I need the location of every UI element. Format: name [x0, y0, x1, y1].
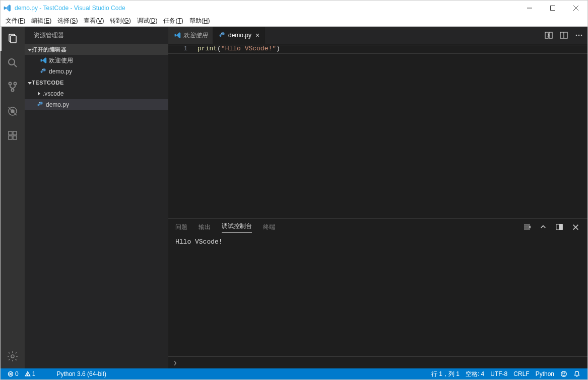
status-notifications-icon[interactable]: [570, 370, 583, 378]
python-file-icon: [36, 101, 46, 108]
vscode-logo-icon: [4, 4, 12, 12]
panel-tab-problems[interactable]: 问题: [175, 223, 187, 232]
python-file-icon: [39, 68, 49, 75]
svg-rect-5: [11, 36, 16, 43]
chevron-down-icon: [28, 82, 32, 85]
errors-count: 0: [15, 370, 19, 377]
status-indentation[interactable]: 空格: 4: [463, 370, 487, 378]
svg-point-8: [9, 83, 12, 85]
tab-demo-py[interactable]: demo.py ×: [213, 27, 265, 44]
folder-vscode[interactable]: .vscode: [25, 88, 168, 99]
status-language[interactable]: Python: [533, 370, 557, 378]
svg-rect-16: [9, 136, 12, 139]
settings-gear-icon[interactable]: [1, 344, 25, 368]
svg-point-6: [9, 59, 15, 65]
svg-point-9: [14, 83, 17, 85]
close-button[interactable]: [564, 1, 587, 16]
menu-s[interactable]: 选择(S): [54, 16, 81, 26]
svg-point-21: [221, 33, 222, 33]
workspace-section[interactable]: TESTCODE: [25, 77, 168, 88]
menu-f[interactable]: 文件(F): [3, 16, 28, 26]
split-editor-icon[interactable]: [558, 30, 569, 41]
workspace-label: TESTCODE: [32, 80, 64, 86]
svg-rect-35: [559, 224, 562, 230]
search-icon[interactable]: [1, 51, 25, 75]
tab-welcome[interactable]: 欢迎使用: [168, 27, 213, 44]
tab-close-icon[interactable]: ×: [255, 31, 259, 39]
status-errors[interactable]: 0: [5, 370, 22, 377]
menu-e[interactable]: 编辑(E): [28, 16, 54, 26]
status-python-version[interactable]: Python 3.6 (64-bit): [53, 370, 109, 377]
status-warnings[interactable]: 1: [22, 370, 39, 377]
tab-label: demo.py: [228, 32, 251, 39]
window-title: demo.py - TestCode - Visual Studio Code: [15, 5, 125, 12]
svg-point-13: [11, 110, 14, 113]
chevron-down-icon: [28, 49, 32, 51]
open-editor-label: 欢迎使用: [49, 56, 73, 65]
open-editor-demo[interactable]: demo.py: [25, 66, 168, 77]
open-editor-welcome[interactable]: 欢迎使用: [25, 55, 168, 66]
line-number: 1: [168, 45, 187, 52]
svg-point-45: [564, 373, 565, 373]
clear-console-icon[interactable]: [522, 222, 532, 232]
debug-console-input[interactable]: ❯: [168, 356, 587, 368]
svg-point-26: [576, 35, 577, 36]
code-editor[interactable]: 1 print("Hllo VScode!"): [168, 44, 587, 218]
editor-area: 欢迎使用 demo.py × 1 print("Hllo VScode!"): [168, 27, 587, 368]
tree-item-label: .vscode: [43, 90, 63, 97]
panel-tab-output[interactable]: 输出: [199, 223, 211, 232]
prompt-chevron-icon: ❯: [173, 359, 177, 366]
menu-v[interactable]: 查看(V): [81, 16, 107, 26]
maximize-button[interactable]: [541, 1, 564, 16]
file-demo-py[interactable]: demo.py: [25, 99, 168, 110]
explorer-sidebar: 资源管理器 打开的编辑器 欢迎使用 demo.py TESTCODE .vsco…: [25, 27, 168, 368]
explorer-icon[interactable]: [1, 27, 25, 51]
svg-rect-22: [545, 32, 548, 38]
compare-changes-icon[interactable]: [543, 30, 554, 41]
warnings-count: 1: [32, 370, 36, 377]
chevron-right-icon: [38, 92, 40, 96]
open-editors-section[interactable]: 打开的编辑器: [25, 44, 168, 55]
menu-d[interactable]: 调试(D): [134, 16, 161, 26]
debug-console-output[interactable]: Hllo VScode!: [168, 235, 587, 356]
svg-point-28: [581, 35, 582, 36]
python-file-icon: [218, 32, 227, 39]
panel-close-icon[interactable]: [570, 222, 580, 232]
svg-line-7: [14, 64, 17, 67]
extensions-icon[interactable]: [1, 123, 25, 147]
vscode-file-icon: [39, 57, 49, 64]
status-feedback-icon[interactable]: [557, 370, 570, 378]
open-editor-label: demo.py: [49, 68, 72, 75]
code-content[interactable]: print("Hllo VScode!"): [193, 44, 587, 218]
panel-maximize-icon[interactable]: [554, 222, 564, 232]
panel-tab-terminal[interactable]: 终端: [263, 223, 275, 232]
line-gutter: 1: [168, 44, 193, 218]
sidebar-title: 资源管理器: [25, 27, 168, 44]
panel-tab-debug-console[interactable]: 调试控制台: [222, 222, 252, 233]
svg-point-42: [27, 375, 28, 375]
menu-h[interactable]: 帮助(H): [186, 16, 213, 26]
svg-rect-1: [551, 6, 555, 11]
vscode-file-icon: [173, 32, 182, 39]
panel-collapse-icon[interactable]: [538, 222, 548, 232]
status-eol[interactable]: CRLF: [510, 370, 532, 378]
status-line-col[interactable]: 行 1，列 1: [428, 370, 463, 378]
svg-point-43: [561, 371, 567, 377]
svg-point-19: [42, 69, 43, 69]
svg-point-10: [12, 89, 14, 92]
tab-label: 欢迎使用: [183, 31, 208, 40]
menu-g[interactable]: 转到(G): [107, 16, 134, 26]
debug-icon[interactable]: [1, 99, 25, 123]
svg-rect-14: [9, 131, 12, 135]
panel-tabs: 问题 输出 调试控制台 终端: [168, 219, 587, 235]
status-bar: 0 1 Python 3.6 (64-bit) 行 1，列 1 空格: 4 UT…: [1, 368, 587, 379]
source-control-icon[interactable]: [1, 75, 25, 99]
svg-point-44: [563, 373, 563, 373]
minimize-button[interactable]: [518, 1, 541, 16]
menu-t[interactable]: 任务(T): [160, 16, 186, 26]
menu-bar: 文件(F)编辑(E)选择(S)查看(V)转到(G)调试(D)任务(T)帮助(H): [1, 16, 587, 27]
svg-rect-15: [13, 131, 17, 135]
status-encoding[interactable]: UTF-8: [487, 370, 510, 378]
bottom-panel: 问题 输出 调试控制台 终端 Hllo VScode! ❯: [168, 218, 587, 368]
more-actions-icon[interactable]: [573, 30, 584, 41]
